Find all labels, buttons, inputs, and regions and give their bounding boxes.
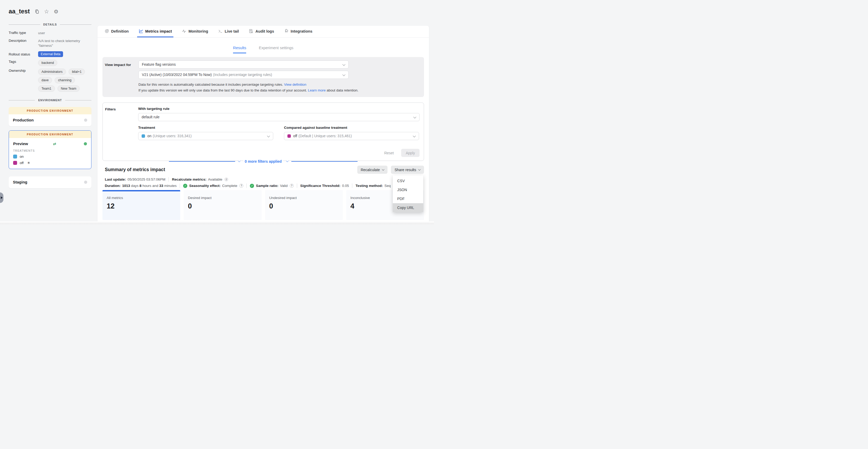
results-subtabs: Results Experiment settings — [97, 38, 429, 53]
tags-row: Tags backend — [9, 60, 91, 66]
share-menu-item-copy-url[interactable]: Copy URL — [393, 203, 423, 212]
rollout-status-row: Rollout status External Beta — [9, 51, 91, 57]
owner-pill[interactable]: bilal+1 — [68, 69, 85, 75]
puzzle-icon — [284, 29, 288, 33]
metric-card-desired-impact[interactable]: Desired impact 0 — [184, 190, 261, 220]
tab-monitoring[interactable]: Monitoring — [180, 26, 210, 37]
tag-pill[interactable]: backend — [38, 60, 57, 66]
settings-gear-icon[interactable]: ⚙ — [54, 9, 59, 14]
env-card-staging[interactable]: Staging — [9, 176, 91, 188]
filters-panel: Filters With targeting rule default rule… — [102, 102, 424, 161]
tab-label: Live tail — [225, 29, 239, 33]
env-status-dot-active — [84, 142, 87, 145]
chevron-down-icon — [413, 115, 416, 118]
treatment-row-on: on — [13, 155, 87, 158]
baseline-dropdown[interactable]: off (Default | Unique users: 315,461) — [284, 132, 419, 140]
env-status-dot — [84, 119, 87, 122]
share-results-button[interactable]: Share results — [391, 166, 424, 174]
metric-card-value: 0 — [269, 202, 339, 210]
owner-pill[interactable]: Team1 — [38, 85, 55, 92]
view-definition-link[interactable]: View definition — [284, 83, 306, 87]
learn-more-link[interactable]: Learn more — [308, 88, 326, 92]
metric-card-all-metrics[interactable]: All metrics 12 — [102, 190, 180, 220]
env-name-preview: Preview — [13, 142, 28, 146]
view-impact-panel: View impact for Feature flag versions V2… — [102, 57, 424, 97]
more-filters-toggle: 0 more filters applied — [103, 159, 424, 163]
traffic-type-row: Traffic type user — [9, 31, 91, 35]
description-label: Description — [9, 39, 38, 48]
significance-value: 0.05 — [342, 184, 349, 188]
divider — [297, 183, 297, 188]
treatment-on-name: on — [20, 155, 24, 158]
tab-live-tail[interactable]: Live tail — [216, 26, 240, 37]
check-icon: ✓ — [183, 184, 187, 188]
view-impact-label: View impact for — [105, 60, 138, 97]
share-menu-item-json[interactable]: JSON — [393, 185, 423, 194]
traffic-type-label: Traffic type — [9, 31, 38, 35]
question-icon[interactable]: ? — [239, 184, 243, 188]
version-note-1: Data for this version is automatically c… — [138, 83, 283, 87]
chevron-down-icon — [382, 168, 384, 171]
rollout-status-badge[interactable]: External Beta — [38, 51, 63, 57]
recalculate-button[interactable]: Recalculate — [357, 166, 388, 174]
significance-label: Significance Threshold: — [300, 184, 340, 188]
tab-definition[interactable]: Definition — [103, 26, 130, 37]
reset-button[interactable]: Reset — [384, 151, 394, 155]
tab-label: Audit logs — [255, 29, 274, 33]
version-note-2-tail: about data retention. — [327, 88, 358, 92]
owner-pill[interactable]: channing — [55, 77, 75, 83]
default-treatment-icon: ✳ — [27, 161, 30, 165]
tab-audit-logs[interactable]: Audit logs — [247, 26, 276, 37]
swap-arrows-icon: ⇄ — [53, 142, 56, 146]
owner-pill[interactable]: New Team — [58, 85, 80, 92]
tab-metrics-impact[interactable]: Metrics impact — [137, 26, 174, 37]
env-name-production: Production — [13, 118, 34, 122]
tab-integrations[interactable]: Integrations — [282, 26, 314, 37]
apply-button[interactable]: Apply — [401, 149, 420, 157]
tab-label: Definition — [111, 29, 129, 33]
tags-label: Tags — [9, 60, 38, 66]
sample-ratio-label: Sample ratio: — [256, 184, 278, 188]
copy-icon[interactable] — [35, 9, 39, 14]
treatment-detail: (Unique users: 316,341) — [153, 134, 191, 138]
info-icon[interactable]: i — [224, 177, 228, 181]
more-filters-label[interactable]: 0 more filters applied — [243, 159, 283, 163]
terminal-icon — [218, 29, 222, 33]
recalc-metrics-label: Recalculate metrics: — [172, 177, 206, 181]
testing-method-value: Seq — [384, 184, 391, 188]
filters-label: Filters — [105, 107, 138, 140]
metric-card-undesired-impact[interactable]: Undesired impact 0 — [265, 190, 343, 220]
treatment-off-swatch — [13, 161, 17, 165]
version-dropdown[interactable]: V21 (Active) (10/03/2022 04:59PM To Now)… — [138, 71, 349, 79]
targeting-rule-dropdown[interactable]: default rule — [138, 113, 420, 121]
environment-section-divider: ENVIRONMENT — [9, 98, 91, 102]
flag-header: aa_test ☆ ⚙ — [9, 8, 91, 15]
audit-log-icon — [249, 29, 253, 33]
owner-pill[interactable]: Administrators — [38, 69, 66, 75]
subtab-experiment-settings[interactable]: Experiment settings — [259, 46, 293, 53]
question-icon[interactable]: ? — [290, 184, 294, 188]
environment-section-label: ENVIRONMENT — [38, 98, 62, 102]
subtab-results[interactable]: Results — [233, 46, 246, 53]
divider-line — [291, 161, 358, 162]
env-card-preview[interactable]: PRODUCTION ENVIRONMENT Preview ⇄ TREATME… — [9, 130, 91, 169]
env-name-staging: Staging — [13, 180, 27, 184]
treatment-dropdown[interactable]: on (Unique users: 316,341) — [138, 132, 273, 140]
target-icon — [104, 29, 109, 33]
version-note-2: If you update this version we will only … — [138, 88, 307, 92]
treatment-value: on — [147, 134, 151, 138]
summary-status-row-1: Last update: 05/30/2025 03:57:06PM Recal… — [105, 177, 424, 182]
duration-label: Duration: — [105, 184, 121, 188]
share-menu-item-pdf[interactable]: PDF — [393, 194, 423, 203]
metric-card-value: 12 — [107, 202, 176, 210]
metric-card-label: Desired impact — [188, 196, 257, 200]
metric-card-label: All metrics — [107, 196, 176, 200]
bottom-scroll-strip[interactable] — [0, 221, 434, 224]
share-menu-item-csv[interactable]: CSV — [393, 176, 423, 185]
page-title: aa_test — [9, 8, 30, 15]
impact-source-dropdown[interactable]: Feature flag versions — [138, 60, 349, 69]
owner-pill[interactable]: dave — [38, 77, 52, 83]
favorite-star-icon[interactable]: ☆ — [44, 9, 49, 14]
line-chart-icon — [139, 29, 143, 33]
env-card-production[interactable]: PRODUCTION ENVIRONMENT Production — [9, 107, 91, 126]
